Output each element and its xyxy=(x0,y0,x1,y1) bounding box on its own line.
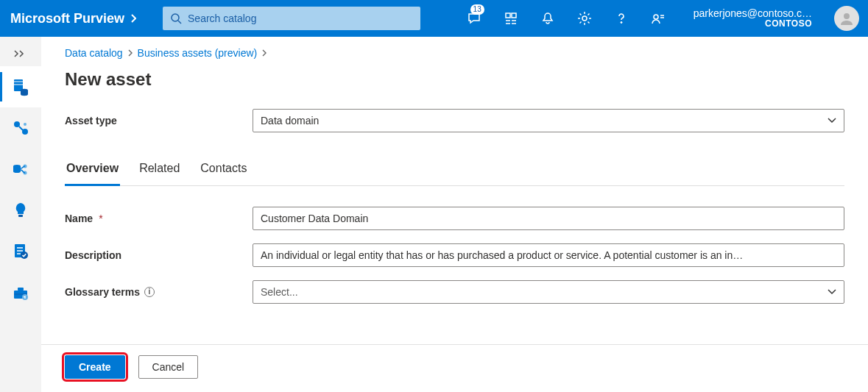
svg-point-6 xyxy=(654,15,658,19)
required-marker: * xyxy=(99,213,102,224)
chat-icon[interactable]: 13 xyxy=(462,0,486,37)
label-description: Description xyxy=(65,249,253,261)
tab-overview[interactable]: Overview xyxy=(65,157,120,186)
tenant-name: CONTOSO xyxy=(765,19,812,29)
toolbox-icon xyxy=(11,283,30,302)
svg-point-11 xyxy=(21,93,28,96)
description-value: An individual or legal entity that has o… xyxy=(261,249,836,261)
avatar[interactable] xyxy=(834,6,859,31)
sidebar-item-policies[interactable] xyxy=(0,231,41,272)
sidebar xyxy=(0,37,41,392)
footer-actions: Create Cancel xyxy=(41,344,868,392)
svg-point-14 xyxy=(24,123,27,126)
create-button[interactable]: Create xyxy=(65,355,125,379)
search-input[interactable]: Search catalog xyxy=(163,7,420,30)
svg-rect-3 xyxy=(512,13,516,18)
main: Data catalog Business assets (preview) N… xyxy=(41,37,868,392)
svg-point-17 xyxy=(13,170,21,173)
row-asset-type: Asset type Data domain xyxy=(65,109,844,132)
diagnostics-icon[interactable] xyxy=(499,0,523,37)
top-bar: Microsoft Purview Search catalog 13 xyxy=(0,0,868,37)
svg-point-7 xyxy=(844,13,850,19)
breadcrumb: Data catalog Business assets (preview) xyxy=(65,47,844,59)
data-map-icon xyxy=(11,118,30,138)
chevron-down-icon xyxy=(828,289,836,295)
data-share-icon xyxy=(11,160,30,179)
search-icon xyxy=(170,13,182,24)
gear-icon[interactable] xyxy=(573,0,596,37)
label-asset-type: Asset type xyxy=(65,115,253,126)
tab-related[interactable]: Related xyxy=(138,157,181,185)
svg-point-0 xyxy=(172,14,179,21)
cancel-button[interactable]: Cancel xyxy=(138,355,199,379)
content: Data catalog Business assets (preview) N… xyxy=(41,37,868,344)
expand-nav-button[interactable] xyxy=(4,41,37,66)
chevron-down-icon xyxy=(828,118,836,124)
asset-type-value: Data domain xyxy=(261,115,828,126)
description-input[interactable]: An individual or legal entity that has o… xyxy=(253,243,844,267)
bell-icon[interactable] xyxy=(536,0,560,37)
breadcrumb-business-assets[interactable]: Business assets (preview) xyxy=(138,47,258,59)
chevron-right-icon xyxy=(130,14,136,23)
row-name: Name * Customer Data Domain xyxy=(65,207,844,230)
topbar-actions: 13 parkerjones@contoso.c… CONTOSO xyxy=(462,0,862,37)
policy-icon xyxy=(11,242,30,261)
sidebar-item-data-sharing[interactable] xyxy=(0,149,41,190)
feedback-icon[interactable] xyxy=(646,0,670,37)
asset-type-select[interactable]: Data domain xyxy=(253,109,844,132)
svg-point-5 xyxy=(621,22,622,24)
svg-rect-24 xyxy=(18,288,24,291)
user-info: parkerjones@contoso.c… CONTOSO xyxy=(694,7,812,29)
lightbulb-icon xyxy=(11,201,30,220)
body: Data catalog Business assets (preview) N… xyxy=(0,37,868,392)
name-input[interactable]: Customer Data Domain xyxy=(253,207,844,230)
notification-badge: 13 xyxy=(470,4,484,15)
page-title: New asset xyxy=(65,69,844,90)
row-glossary: Glossary terms i Select... xyxy=(65,280,844,304)
svg-rect-2 xyxy=(506,13,510,18)
brand-switcher[interactable]: Microsoft Purview xyxy=(6,11,142,26)
glossary-placeholder: Select... xyxy=(261,286,828,298)
svg-line-1 xyxy=(178,21,181,24)
catalog-icon xyxy=(11,77,30,96)
help-icon[interactable] xyxy=(610,0,633,37)
sidebar-item-insights[interactable] xyxy=(0,190,41,231)
sidebar-item-data-catalog[interactable] xyxy=(0,66,41,107)
name-value: Customer Data Domain xyxy=(261,213,836,224)
sidebar-item-management[interactable] xyxy=(0,272,41,313)
chevron-right-icon xyxy=(127,49,133,57)
chevron-right-icon xyxy=(261,49,267,57)
tabs: Overview Related Contacts xyxy=(65,157,844,186)
user-email: parkerjones@contoso.c… xyxy=(694,7,812,19)
sidebar-item-data-map[interactable] xyxy=(0,107,41,149)
breadcrumb-data-catalog[interactable]: Data catalog xyxy=(65,47,123,59)
search-placeholder: Search catalog xyxy=(188,13,256,24)
info-icon[interactable]: i xyxy=(144,287,155,297)
label-glossary: Glossary terms i xyxy=(65,286,253,298)
svg-rect-20 xyxy=(18,215,23,217)
glossary-select[interactable]: Select... xyxy=(253,280,844,304)
label-name: Name * xyxy=(65,213,253,224)
svg-point-4 xyxy=(582,16,587,21)
tab-contacts[interactable]: Contacts xyxy=(199,157,248,185)
row-description: Description An individual or legal entit… xyxy=(65,243,844,267)
brand-label: Microsoft Purview xyxy=(10,11,124,26)
svg-point-12 xyxy=(14,121,20,127)
